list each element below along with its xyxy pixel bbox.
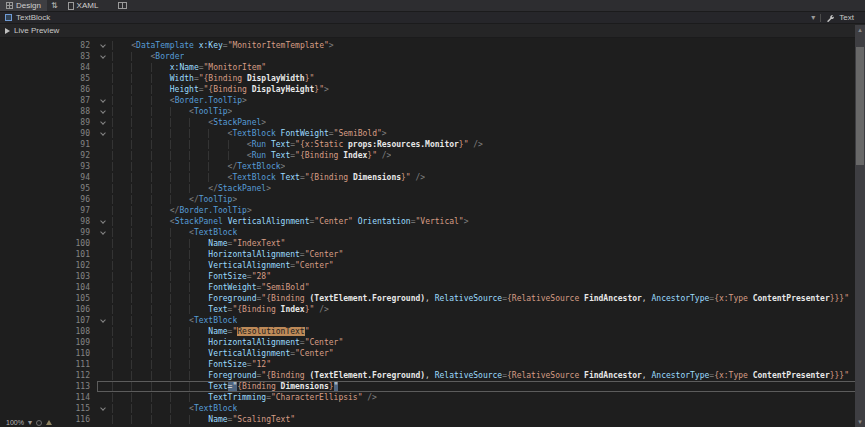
code-line[interactable]: 100 Name="IndexText" bbox=[0, 238, 865, 249]
fold-collapse-icon[interactable] bbox=[97, 40, 112, 51]
line-body[interactable]: FontSize="12" bbox=[97, 359, 865, 370]
chevron-down-icon[interactable]: ▾ bbox=[811, 14, 815, 22]
split-view-button[interactable] bbox=[114, 0, 131, 11]
line-number[interactable]: 110 bbox=[0, 348, 97, 359]
line-body[interactable]: <StackPanel VerticalAlignment="Center" O… bbox=[97, 216, 865, 227]
code-line[interactable]: 107 <TextBlock bbox=[0, 315, 865, 326]
code-line[interactable]: 97 </Border.ToolTip> bbox=[0, 205, 865, 216]
code-line[interactable]: 102 VerticalAlignment="Center" bbox=[0, 260, 865, 271]
fold-collapse-icon[interactable] bbox=[97, 128, 112, 139]
line-number[interactable]: 105 bbox=[0, 293, 97, 304]
line-number[interactable]: 102 bbox=[0, 260, 97, 271]
line-body[interactable]: TextTrimming="CharacterEllipsis" /> bbox=[97, 392, 865, 403]
line-number[interactable]: 97 bbox=[0, 205, 97, 216]
line-number[interactable]: 82 bbox=[0, 40, 97, 51]
line-body[interactable]: HorizontalAlignment="Center" bbox=[97, 337, 865, 348]
scroll-up-icon[interactable]: ▴ bbox=[855, 25, 865, 35]
line-number[interactable]: 96 bbox=[0, 194, 97, 205]
zoom-control[interactable]: 100% ▾ bbox=[2, 418, 56, 427]
line-body[interactable]: <TextBlock bbox=[97, 403, 865, 414]
line-body[interactable]: <Border.ToolTip> bbox=[97, 95, 865, 106]
line-number[interactable]: 108 bbox=[0, 326, 97, 337]
code-line[interactable]: 89 <StackPanel> bbox=[0, 117, 865, 128]
code-line[interactable]: 113 Text="{Binding Dimensions}" bbox=[0, 381, 865, 392]
line-body[interactable]: <Run Text="{x:Static props:Resources.Mon… bbox=[97, 139, 865, 150]
code-line[interactable]: 103 FontSize="28" bbox=[0, 271, 865, 282]
fold-collapse-icon[interactable] bbox=[97, 117, 112, 128]
code-line[interactable]: 86 Height="{Binding DisplayHeight}"> bbox=[0, 84, 865, 95]
line-body[interactable]: Foreground="{Binding (TextElement.Foregr… bbox=[97, 293, 865, 304]
line-body[interactable]: </Border.ToolTip> bbox=[97, 205, 865, 216]
current-line-body[interactable]: Text="{Binding Dimensions}" bbox=[97, 381, 865, 392]
code-line[interactable]: 115 <TextBlock bbox=[0, 403, 865, 414]
line-number[interactable]: 93 bbox=[0, 161, 97, 172]
line-body[interactable]: Name="IndexText" bbox=[97, 238, 865, 249]
line-body[interactable]: <TextBlock Text="{Binding Dimensions}" /… bbox=[97, 172, 865, 183]
line-body[interactable]: Height="{Binding DisplayHeight}"> bbox=[97, 84, 865, 95]
code-line[interactable]: 104 FontWeight="SemiBold" bbox=[0, 282, 865, 293]
code-line[interactable]: 92 <Run Text="{Binding Index}" /> bbox=[0, 150, 865, 161]
line-body[interactable]: </StackPanel> bbox=[97, 183, 865, 194]
line-body[interactable]: Name="ResolutionText" bbox=[97, 326, 865, 337]
line-number[interactable]: 114 bbox=[0, 392, 97, 403]
code-line[interactable]: 82 <DataTemplate x:Key="MonitorItemTempl… bbox=[0, 40, 865, 51]
line-body[interactable]: FontWeight="SemiBold" bbox=[97, 282, 865, 293]
code-line[interactable]: 114 TextTrimming="CharacterEllipsis" /> bbox=[0, 392, 865, 403]
code-line[interactable]: 105 Foreground="{Binding (TextElement.Fo… bbox=[0, 293, 865, 304]
code-line[interactable]: 87 <Border.ToolTip> bbox=[0, 95, 865, 106]
line-body[interactable]: VerticalAlignment="Center" bbox=[97, 348, 865, 359]
vertical-scrollbar[interactable]: ▴ ▾ bbox=[855, 25, 865, 427]
document-health-icon[interactable] bbox=[36, 420, 42, 426]
code-line[interactable]: 112 Foreground="{Binding (TextElement.Fo… bbox=[0, 370, 865, 381]
line-number[interactable]: 99 bbox=[0, 227, 97, 238]
line-number[interactable]: 83 bbox=[0, 51, 97, 62]
fold-collapse-icon[interactable] bbox=[97, 315, 112, 326]
line-body[interactable]: x:Name="MonitorItem" bbox=[97, 62, 865, 73]
line-number[interactable]: 85 bbox=[0, 73, 97, 84]
line-body[interactable]: FontSize="28" bbox=[97, 271, 865, 282]
tab-design[interactable]: Design bbox=[0, 0, 47, 11]
live-preview-button[interactable]: Live Preview bbox=[5, 26, 59, 35]
code-line[interactable]: 93 </TextBlock> bbox=[0, 161, 865, 172]
line-number[interactable]: 111 bbox=[0, 359, 97, 370]
line-number[interactable]: 112 bbox=[0, 370, 97, 381]
code-line[interactable]: 110 VerticalAlignment="Center" bbox=[0, 348, 865, 359]
line-number[interactable]: 92 bbox=[0, 150, 97, 161]
swap-panes-button[interactable]: ⇅ bbox=[47, 0, 62, 11]
code-line[interactable]: 83 <Border bbox=[0, 51, 865, 62]
line-number[interactable]: 90 bbox=[0, 128, 97, 139]
code-line[interactable]: 101 HorizontalAlignment="Center" bbox=[0, 249, 865, 260]
line-body[interactable]: <Border bbox=[97, 51, 865, 62]
code-line[interactable]: 84 x:Name="MonitorItem" bbox=[0, 62, 865, 73]
code-line[interactable]: 111 FontSize="12" bbox=[0, 359, 865, 370]
line-number[interactable]: 106 bbox=[0, 304, 97, 315]
code-line[interactable]: 116 Name="ScalingText" bbox=[0, 414, 865, 425]
line-body[interactable]: Width="{Binding DisplayWidth}" bbox=[97, 73, 865, 84]
line-number[interactable]: 113 bbox=[0, 381, 97, 392]
line-number[interactable]: 101 bbox=[0, 249, 97, 260]
line-body[interactable]: Foreground="{Binding (TextElement.Foregr… bbox=[97, 370, 865, 381]
code-line[interactable]: 109 HorizontalAlignment="Center" bbox=[0, 337, 865, 348]
line-body[interactable]: <DataTemplate x:Key="MonitorItemTemplate… bbox=[97, 40, 865, 51]
line-body[interactable]: <TextBlock bbox=[97, 315, 865, 326]
code-line[interactable]: 95 </StackPanel> bbox=[0, 183, 865, 194]
line-number[interactable]: 103 bbox=[0, 271, 97, 282]
line-number[interactable]: 95 bbox=[0, 183, 97, 194]
line-body[interactable]: <ToolTip> bbox=[97, 106, 865, 117]
scroll-down-icon[interactable]: ▾ bbox=[855, 417, 865, 427]
tab-xaml[interactable]: XAML bbox=[62, 0, 105, 11]
line-number[interactable]: 87 bbox=[0, 95, 97, 106]
line-number[interactable]: 89 bbox=[0, 117, 97, 128]
line-body[interactable]: <TextBlock bbox=[97, 227, 865, 238]
line-body[interactable]: Name="ScalingText" bbox=[97, 414, 865, 425]
scrollbar-thumb[interactable] bbox=[856, 47, 864, 165]
line-body[interactable]: HorizontalAlignment="Center" bbox=[97, 249, 865, 260]
line-number[interactable]: 100 bbox=[0, 238, 97, 249]
line-number[interactable]: 84 bbox=[0, 62, 97, 73]
line-number[interactable]: 88 bbox=[0, 106, 97, 117]
fold-collapse-icon[interactable] bbox=[97, 51, 112, 62]
fold-collapse-icon[interactable] bbox=[97, 216, 112, 227]
code-line[interactable]: 96 </ToolTip> bbox=[0, 194, 865, 205]
line-number[interactable]: 91 bbox=[0, 139, 97, 150]
code-line[interactable]: 85 Width="{Binding DisplayWidth}" bbox=[0, 73, 865, 84]
